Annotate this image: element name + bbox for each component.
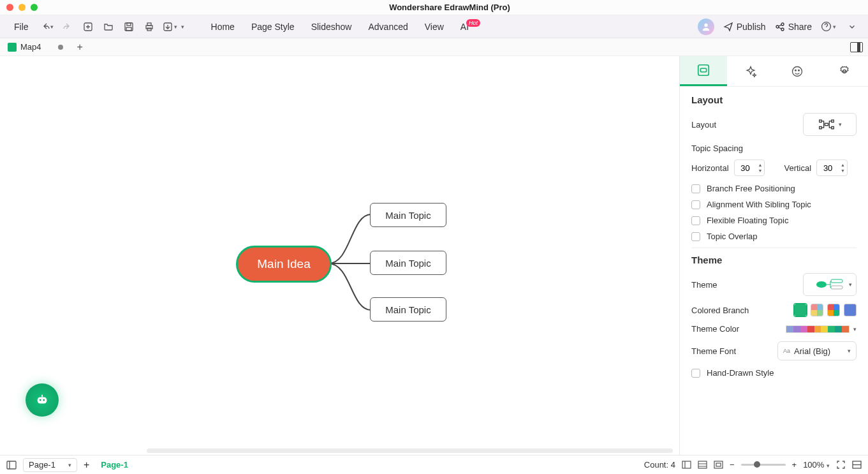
view-mode-3[interactable]: [714, 461, 723, 469]
menu-advanced[interactable]: Advanced: [363, 19, 413, 34]
swatch-1[interactable]: [794, 304, 807, 316]
user-avatar[interactable]: [698, 19, 714, 35]
minimize-window-button[interactable]: [18, 4, 26, 11]
checkbox-flexible-floating[interactable]: [691, 216, 700, 225]
svg-rect-27: [825, 123, 828, 125]
checkbox-alignment[interactable]: [691, 200, 700, 209]
maximize-window-button[interactable]: [31, 4, 38, 11]
save-button[interactable]: [122, 20, 136, 34]
ai-assistant-button[interactable]: [26, 383, 59, 417]
collapse-panel-button[interactable]: [852, 461, 862, 469]
svg-rect-29: [831, 279, 842, 283]
svg-rect-3: [126, 27, 131, 31]
panel-tab-emoji[interactable]: [774, 56, 821, 86]
zoom-out-button[interactable]: −: [730, 460, 735, 470]
view-mode-2[interactable]: [698, 461, 707, 469]
status-bar: Page-1 ▾ + Page-1 Count: 4 − + 100% ▾: [0, 455, 868, 474]
svg-rect-17: [698, 65, 709, 76]
menu-view[interactable]: View: [420, 19, 449, 34]
svg-point-14: [40, 399, 41, 401]
share-button[interactable]: Share: [775, 22, 812, 32]
svg-rect-34: [714, 461, 723, 468]
sparkle-icon: [744, 65, 757, 78]
topic-node[interactable]: Main Topic: [370, 297, 446, 322]
zoom-slider[interactable]: [741, 464, 786, 466]
menu-page-style[interactable]: Page Style: [246, 19, 300, 34]
undo-button[interactable]: ▾: [40, 20, 54, 34]
layout-label: Layout: [691, 120, 716, 130]
svg-rect-33: [698, 461, 707, 468]
layout-picker[interactable]: ▾: [803, 113, 857, 136]
layout-icon: [696, 63, 710, 77]
checkbox-hand-drawn[interactable]: [691, 369, 700, 378]
publish-icon: [723, 22, 733, 32]
properties-panel: Layout Layout ▾ Topic Spacing Horizontal…: [679, 56, 868, 455]
menu-home[interactable]: Home: [206, 19, 240, 34]
checkbox-branch-free[interactable]: [691, 184, 700, 193]
fullscreen-button[interactable]: [836, 460, 846, 470]
svg-point-21: [798, 70, 800, 71]
active-page-tab[interactable]: Page-1: [96, 460, 133, 470]
swatch-4[interactable]: [844, 304, 857, 316]
horizontal-spacing-input[interactable]: ▲▼: [734, 159, 765, 176]
topic-node[interactable]: Main Topic: [370, 203, 446, 227]
theme-picker[interactable]: ▾: [803, 273, 857, 296]
swatch-2[interactable]: [811, 304, 823, 316]
panel-tab-layout[interactable]: [680, 56, 727, 86]
publish-button[interactable]: Publish: [723, 22, 766, 32]
vertical-spacing-input[interactable]: ▲▼: [816, 159, 848, 176]
export-button[interactable]: ▾▾: [163, 20, 184, 34]
page-dropdown[interactable]: Page-1 ▾: [23, 458, 77, 472]
file-menu[interactable]: File: [9, 19, 34, 34]
zoom-level[interactable]: 100% ▾: [803, 460, 830, 470]
checkbox-topic-overlap[interactable]: [691, 232, 700, 241]
main-toolbar: File ▾ ▾▾ Home Page Style Slideshow Adva…: [0, 15, 868, 38]
add-page-button[interactable]: +: [84, 459, 89, 471]
doc-icon: [8, 43, 17, 52]
theme-preview-icon: [814, 277, 845, 292]
panel-toggle-button[interactable]: [850, 42, 863, 52]
more-dropdown[interactable]: [845, 20, 859, 34]
font-aa-icon: Aa: [783, 348, 790, 354]
svg-rect-30: [831, 286, 842, 289]
horizontal-scrollbar[interactable]: [147, 448, 673, 453]
svg-rect-23: [819, 120, 821, 122]
panel-tab-style[interactable]: [727, 56, 774, 86]
menu-slideshow[interactable]: Slideshow: [306, 19, 357, 34]
print-button[interactable]: [142, 20, 156, 34]
menu-ai[interactable]: AIHot: [455, 19, 488, 34]
svg-point-20: [795, 70, 797, 71]
document-tab[interactable]: Map4: [3, 41, 68, 53]
hot-badge: Hot: [466, 19, 480, 27]
new-tab-button[interactable]: +: [73, 41, 87, 53]
help-button[interactable]: ▾: [821, 20, 836, 34]
panel-tab-settings[interactable]: [821, 56, 868, 86]
theme-label: Theme: [691, 280, 717, 290]
swatch-3[interactable]: [827, 304, 840, 316]
redo-button[interactable]: [61, 20, 75, 34]
vertical-label: Vertical: [784, 163, 811, 173]
canvas[interactable]: Main Idea Main Topic Main Topic Main Top…: [0, 56, 679, 455]
svg-rect-26: [831, 126, 833, 128]
new-button[interactable]: [81, 20, 95, 34]
svg-rect-32: [682, 461, 691, 468]
view-mode-1[interactable]: [682, 461, 691, 469]
outline-toggle[interactable]: [6, 461, 17, 470]
horizontal-label: Horizontal: [691, 163, 729, 173]
svg-point-11: [781, 28, 784, 31]
topic-node[interactable]: Main Topic: [370, 251, 446, 275]
bot-icon: [35, 393, 49, 407]
zoom-in-button[interactable]: +: [792, 460, 797, 470]
window-controls: [6, 4, 38, 11]
tab-label: Map4: [20, 42, 41, 52]
svg-rect-31: [7, 461, 16, 469]
open-button[interactable]: [101, 20, 115, 34]
theme-font-picker[interactable]: Aa Arial (Big) ▾: [777, 341, 857, 360]
root-node[interactable]: Main Idea: [236, 246, 332, 283]
colored-branch-swatches: [794, 304, 857, 316]
svg-rect-25: [831, 120, 833, 122]
theme-color-picker[interactable]: [786, 325, 850, 333]
share-icon: [775, 22, 785, 32]
close-window-button[interactable]: [6, 4, 13, 11]
unsaved-indicator: [58, 45, 63, 50]
